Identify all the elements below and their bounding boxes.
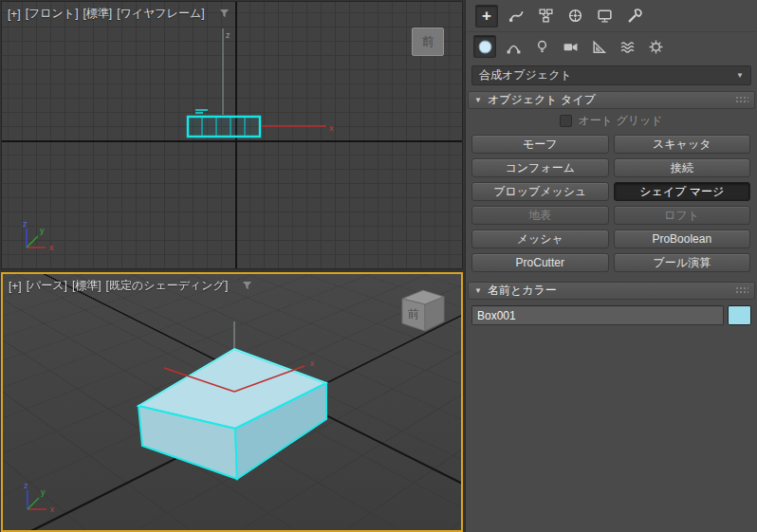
3dsmax-window: z x [+] [フロント] [標準] [ワイヤフレーム] bbox=[0, 0, 757, 532]
button-blobmesh[interactable]: ブロッブメッシュ bbox=[471, 182, 609, 201]
object-color-swatch[interactable] bbox=[728, 305, 751, 325]
gizmo-x-label: x bbox=[310, 358, 315, 368]
tripod-y-label: y bbox=[41, 487, 46, 497]
autogrid-row: オート グリッド bbox=[466, 109, 757, 132]
viewcube-face-label: 前 bbox=[408, 307, 419, 321]
object-type-buttons: モーフ スキャッタ コンフォーム 接続 ブロッブメッシュ シェイプ マージ 地表… bbox=[466, 132, 757, 280]
category-geometry[interactable] bbox=[473, 35, 496, 58]
filter-funnel-icon[interactable] bbox=[242, 281, 252, 291]
viewport-front[interactable]: z x [+] [フロント] [標準] [ワイヤフレーム] bbox=[1, 1, 463, 269]
button-shapemerge[interactable]: シェイプ マージ bbox=[614, 182, 751, 201]
viewport-menu-standard[interactable]: [標準] bbox=[83, 6, 112, 22]
utilities-wrench-icon bbox=[626, 8, 642, 24]
button-terrain: 地表 bbox=[471, 206, 609, 225]
filter-funnel-icon[interactable] bbox=[219, 9, 230, 19]
gizmo-z-label: z bbox=[226, 30, 231, 40]
rollout-object-type[interactable]: ▼ オブジェクト タイプ bbox=[468, 91, 755, 109]
viewport-menu-view[interactable]: [パース] bbox=[27, 278, 67, 294]
button-proboolean[interactable]: ProBoolean bbox=[614, 229, 751, 248]
rollout-grip-icon bbox=[735, 96, 748, 104]
tripod-x-label: x bbox=[49, 243, 54, 252]
motion-wheel-icon bbox=[567, 8, 583, 24]
camera-icon bbox=[563, 39, 579, 55]
button-connect[interactable]: 接続 bbox=[614, 158, 751, 177]
gizmo-x-label: x bbox=[329, 123, 334, 133]
autogrid-label: オート グリッド bbox=[578, 113, 662, 129]
button-morph[interactable]: モーフ bbox=[471, 135, 609, 154]
rollout-collapse-icon: ▼ bbox=[474, 96, 482, 104]
button-conform[interactable]: コンフォーム bbox=[471, 158, 609, 177]
rollout-name-color[interactable]: ▼ 名前とカラー bbox=[468, 282, 755, 300]
shapes-spline-icon bbox=[506, 39, 522, 55]
systems-gear-icon bbox=[648, 39, 664, 55]
create-categories bbox=[466, 32, 757, 61]
button-procutter[interactable]: ProCutter bbox=[471, 253, 609, 272]
rollout-collapse-icon: ▼ bbox=[474, 286, 482, 295]
selected-box-wireframe[interactable] bbox=[188, 110, 260, 137]
rollout-title: 名前とカラー bbox=[488, 283, 557, 299]
tab-create[interactable]: + bbox=[475, 5, 498, 28]
viewport-menu-view[interactable]: [フロント] bbox=[26, 6, 79, 22]
front-viewport-menu: [+] [フロント] [標準] [ワイヤフレーム] bbox=[8, 6, 230, 22]
category-helpers[interactable] bbox=[587, 35, 610, 58]
tripod-z-label: z bbox=[23, 219, 28, 229]
button-scatter[interactable]: スキャッタ bbox=[614, 135, 751, 154]
front-wireframe-overlay: z x bbox=[2, 2, 463, 269]
button-mesher[interactable]: メッシャ bbox=[471, 229, 609, 248]
category-space-warps[interactable] bbox=[616, 35, 638, 58]
light-bulb-icon bbox=[534, 39, 550, 55]
space-warps-waves-icon bbox=[619, 39, 636, 55]
tripod-x-label: x bbox=[50, 504, 55, 514]
category-lights[interactable] bbox=[530, 35, 553, 58]
category-shapes[interactable] bbox=[502, 35, 525, 58]
chevron-down-icon: ▼ bbox=[736, 71, 744, 80]
dropdown-value: 合成オブジェクト bbox=[479, 67, 572, 83]
tab-modify[interactable] bbox=[505, 5, 527, 28]
tab-hierarchy[interactable] bbox=[534, 5, 557, 28]
object-category-dropdown[interactable]: 合成オブジェクト ▼ bbox=[471, 65, 751, 85]
helpers-setsquare-icon bbox=[591, 39, 607, 55]
command-panel: + bbox=[465, 0, 757, 532]
button-loft: ロフト bbox=[614, 206, 751, 225]
tab-display[interactable] bbox=[593, 5, 616, 28]
viewport-menu-standard[interactable]: [標準] bbox=[72, 278, 102, 294]
object-name-input[interactable] bbox=[471, 305, 724, 325]
rollout-grip-icon bbox=[735, 286, 748, 295]
perspective-axis-tripod: x z y bbox=[14, 481, 64, 521]
viewport-menu-plus[interactable]: [+] bbox=[9, 280, 22, 293]
viewport-menu-plus[interactable]: [+] bbox=[8, 8, 21, 21]
hierarchy-icon bbox=[538, 8, 554, 24]
display-monitor-icon bbox=[597, 8, 613, 24]
panel-tabs: + bbox=[466, 0, 757, 32]
perspective-viewport-menu: [+] [パース] [標準] [既定のシェーディング] bbox=[9, 278, 252, 294]
name-color-row bbox=[466, 300, 757, 331]
viewport-menu-shading[interactable]: [ワイヤフレーム] bbox=[117, 6, 204, 22]
category-cameras[interactable] bbox=[559, 35, 582, 58]
tripod-y-label: y bbox=[40, 226, 45, 235]
front-axis-tripod: x z y bbox=[13, 219, 63, 259]
viewcube-perspective[interactable]: 前 bbox=[394, 282, 452, 337]
category-systems[interactable] bbox=[644, 35, 667, 58]
geometry-sphere-icon bbox=[477, 39, 493, 55]
viewport-perspective[interactable]: x [+] [パース] [標準] [既定のシェーディング] 前 x z y bbox=[1, 272, 463, 532]
viewport-menu-shading[interactable]: [既定のシェーディング] bbox=[106, 278, 229, 294]
tab-utilities[interactable] bbox=[622, 5, 645, 28]
modify-curve-icon bbox=[508, 8, 525, 24]
autogrid-checkbox[interactable] bbox=[560, 115, 572, 127]
create-plus-icon: + bbox=[482, 8, 491, 24]
button-boolean[interactable]: ブール演算 bbox=[614, 253, 751, 272]
viewcube-front[interactable]: 前 bbox=[412, 28, 444, 56]
rollout-title: オブジェクト タイプ bbox=[488, 92, 596, 108]
perspective-scene-overlay: x bbox=[3, 274, 461, 530]
tripod-z-label: z bbox=[24, 481, 28, 490]
tab-motion[interactable] bbox=[563, 5, 586, 28]
